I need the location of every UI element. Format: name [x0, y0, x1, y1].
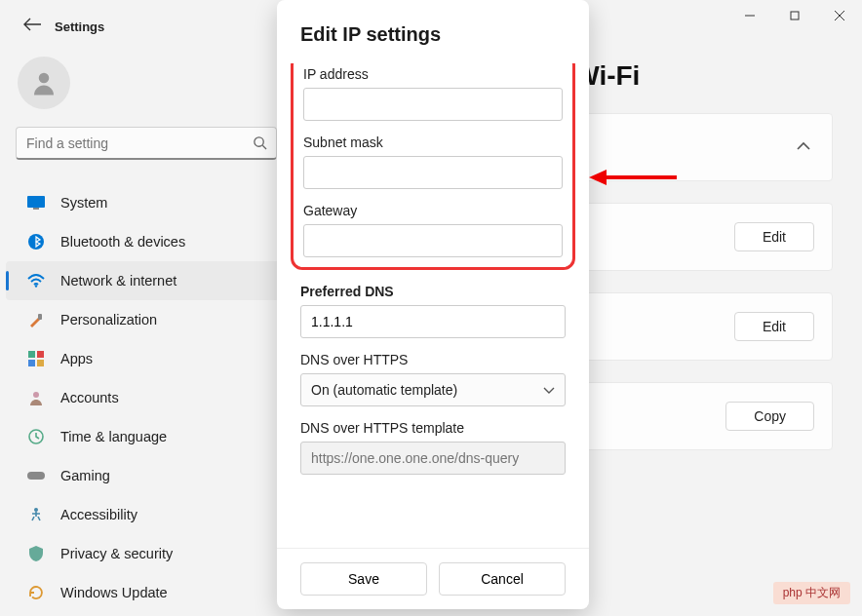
svg-point-19	[34, 508, 38, 512]
sidebar-item-label: System	[60, 195, 107, 211]
wifi-icon	[27, 272, 45, 289]
sidebar-item-accounts[interactable]: Accounts	[6, 378, 287, 417]
sidebar-item-label: Personalization	[60, 312, 157, 327]
sidebar-item-network[interactable]: Network & internet	[6, 261, 287, 300]
dialog-title: Edit IP settings	[300, 23, 566, 46]
subnet-label: Subnet mask	[303, 135, 563, 150]
accessibility-icon	[27, 506, 45, 523]
search-icon	[253, 135, 267, 154]
arrow-annotation	[589, 166, 677, 189]
sidebar-item-label: Windows Update	[60, 585, 168, 600]
minimize-button[interactable]	[727, 0, 772, 31]
shield-icon	[27, 545, 45, 562]
doh-select[interactable]: On (automatic template)	[300, 373, 566, 406]
watermark: php 中文网	[773, 582, 850, 604]
svg-rect-18	[27, 472, 45, 480]
doh-label: DNS over HTTPS	[300, 352, 566, 367]
copy-button[interactable]: Copy	[725, 402, 814, 431]
gaming-icon	[27, 467, 45, 484]
chevron-up-icon	[797, 137, 810, 155]
svg-rect-15	[37, 360, 44, 366]
avatar[interactable]	[18, 57, 70, 109]
svg-point-4	[39, 73, 50, 84]
sidebar-item-label: Time & language	[60, 429, 167, 444]
pdns-input[interactable]	[300, 305, 566, 338]
ip-label: IP address	[303, 66, 563, 82]
edit-ip-dialog: Edit IP settings IP address Subnet mask …	[277, 0, 589, 609]
save-button[interactable]: Save	[300, 562, 427, 596]
sidebar-item-label: Privacy & security	[60, 546, 173, 561]
highlight-annotation: IP address Subnet mask Gateway	[291, 63, 575, 270]
svg-point-10	[35, 285, 37, 287]
sidebar: System Bluetooth & devices Network & int…	[0, 0, 293, 616]
sidebar-item-label: Accounts	[60, 390, 119, 405]
account-icon	[27, 389, 45, 406]
svg-rect-11	[38, 314, 42, 320]
maximize-button[interactable]	[772, 0, 817, 31]
close-button[interactable]	[817, 0, 862, 31]
system-icon	[27, 194, 45, 212]
sidebar-item-apps[interactable]: Apps	[6, 339, 287, 378]
sidebar-item-accessibility[interactable]: Accessibility	[6, 495, 287, 534]
svg-line-6	[262, 145, 266, 149]
sidebar-item-system[interactable]: System	[6, 183, 287, 222]
sidebar-item-privacy[interactable]: Privacy & security	[6, 534, 287, 573]
sidebar-item-bluetooth[interactable]: Bluetooth & devices	[6, 222, 287, 261]
svg-rect-7	[27, 196, 45, 208]
sidebar-item-personalization[interactable]: Personalization	[6, 300, 287, 339]
bluetooth-icon	[27, 233, 45, 250]
ip-input[interactable]	[303, 88, 563, 121]
svg-point-16	[33, 392, 39, 398]
edit-button[interactable]: Edit	[734, 222, 814, 251]
svg-rect-1	[791, 12, 799, 19]
svg-marker-21	[589, 170, 607, 185]
svg-rect-12	[28, 351, 35, 358]
pdns-label: Preferred DNS	[300, 284, 566, 299]
cancel-button[interactable]: Cancel	[439, 562, 566, 596]
gateway-input[interactable]	[303, 224, 563, 257]
svg-point-5	[255, 137, 263, 146]
chevron-down-icon	[543, 382, 555, 398]
apps-icon	[27, 350, 45, 367]
sidebar-item-update[interactable]: Windows Update	[6, 573, 287, 612]
sidebar-item-label: Network & internet	[60, 273, 176, 289]
search-input[interactable]	[16, 127, 277, 160]
svg-rect-13	[37, 351, 44, 358]
tmpl-label: DNS over HTTPS template	[300, 420, 566, 436]
tmpl-input	[300, 442, 566, 475]
svg-rect-14	[28, 360, 35, 366]
update-icon	[27, 584, 45, 601]
sidebar-item-label: Accessibility	[60, 507, 137, 522]
clock-icon	[27, 428, 45, 445]
subnet-input[interactable]	[303, 156, 563, 189]
sidebar-item-label: Gaming	[60, 468, 110, 483]
sidebar-item-time[interactable]: Time & language	[6, 417, 287, 456]
svg-rect-8	[33, 208, 39, 210]
paint-icon	[27, 311, 45, 328]
gateway-label: Gateway	[303, 203, 563, 218]
sidebar-item-label: Bluetooth & devices	[60, 234, 185, 250]
doh-value: On (automatic template)	[311, 382, 457, 398]
sidebar-item-gaming[interactable]: Gaming	[6, 456, 287, 495]
edit-button[interactable]: Edit	[734, 312, 814, 341]
sidebar-item-label: Apps	[60, 351, 93, 366]
